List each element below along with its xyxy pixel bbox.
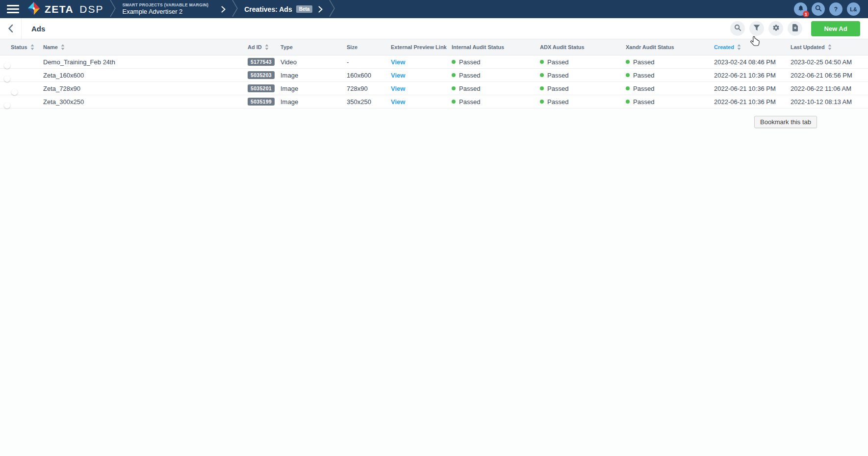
breadcrumb-project-label: SMART PROJECTS (VARIABLE MARGIN) (122, 2, 208, 8)
bookmark-tooltip: Bookmark this tab (754, 116, 817, 128)
breadcrumb-advertiser[interactable]: SMART PROJECTS (VARIABLE MARGIN) Example… (122, 2, 208, 16)
file-download-icon (792, 24, 798, 33)
breadcrumb-section-title: Creatives: Ads (244, 5, 292, 13)
last-updated-date: 2023-02-25 04:50 AM (791, 58, 868, 66)
notification-count-badge: 1 (803, 11, 809, 17)
advertiser-chevron-right-icon[interactable] (221, 6, 226, 13)
internal-audit-status: Passed (452, 58, 540, 66)
breadcrumb-separator-icon (231, 0, 238, 19)
adx-audit-status: Passed (540, 58, 626, 66)
column-header-created[interactable]: Created (714, 44, 791, 50)
status-dot-icon (626, 60, 630, 64)
brand-name-primary: ZETA (45, 3, 74, 15)
status-dot-icon (626, 100, 630, 104)
ad-id-badge: 5035199 (248, 98, 275, 106)
column-header-adx-audit-status: ADX Audit Status (540, 44, 626, 50)
global-search-button[interactable] (812, 2, 825, 16)
notifications-button[interactable]: 1 (794, 2, 807, 16)
last-updated-date: 2022-10-12 08:13 AM (791, 98, 868, 106)
external-preview-view-link[interactable]: View (391, 98, 405, 106)
chevron-left-icon (8, 24, 13, 33)
ad-id-badge: 5035203 (248, 71, 275, 79)
breadcrumb-section[interactable]: Creatives: Ads Beta (244, 5, 323, 13)
created-date: 2022-06-21 10:36 PM (714, 85, 791, 92)
settings-button[interactable] (768, 21, 783, 36)
column-header-ad-id[interactable]: Ad ID (248, 44, 281, 50)
external-preview-view-link[interactable]: View (391, 58, 405, 66)
ad-size: 160x600 (347, 72, 391, 79)
help-button[interactable]: ? (829, 2, 842, 16)
status-dot-icon (452, 60, 456, 64)
last-updated-date: 2022-06-22 11:06 AM (791, 85, 868, 92)
status-dot-icon (540, 60, 544, 64)
sort-icon (737, 44, 741, 50)
section-chevron-right-icon[interactable] (318, 6, 323, 13)
top-navbar: ZETA DSP SMART PROJECTS (VARIABLE MARGIN… (0, 0, 868, 18)
sort-icon (828, 44, 832, 50)
ad-name[interactable]: Zeta_300x250 (43, 98, 248, 106)
ad-size: 728x90 (347, 85, 391, 92)
internal-audit-status: Passed (452, 98, 540, 106)
ad-size: - (347, 58, 391, 66)
gear-icon (772, 24, 780, 33)
ad-name[interactable]: Zeta_160x600 (43, 72, 248, 79)
ad-type: Image (281, 72, 347, 79)
export-button[interactable] (788, 21, 802, 36)
new-ad-button[interactable]: New Ad (811, 21, 860, 36)
filter-button[interactable] (749, 21, 764, 36)
ad-name[interactable]: Zeta_728x90 (43, 85, 248, 92)
ad-id-badge: 5035201 (248, 84, 275, 92)
table-body: Demo_Training_Feb 24th 5177543 Video - V… (0, 55, 868, 108)
breadcrumb-separator-icon (109, 0, 116, 19)
sort-icon (265, 44, 269, 50)
xandr-audit-status: Passed (626, 58, 714, 66)
ad-id-badge: 5177543 (248, 58, 275, 66)
column-header-name[interactable]: Name (43, 44, 248, 50)
sort-icon (61, 44, 65, 50)
status-dot-icon (540, 100, 544, 104)
status-dot-icon (540, 73, 544, 77)
question-mark-icon: ? (834, 6, 838, 13)
filter-funnel-icon (753, 24, 760, 33)
table-search-button[interactable] (730, 21, 745, 36)
status-dot-icon (540, 86, 544, 90)
column-header-type: Type (281, 44, 347, 50)
user-avatar[interactable]: L& (847, 2, 860, 16)
status-dot-icon (626, 73, 630, 77)
status-dot-icon (452, 73, 456, 77)
beta-badge: Beta (296, 5, 313, 13)
created-date: 2022-06-21 10:36 PM (714, 72, 791, 79)
status-dot-icon (452, 86, 456, 90)
column-header-size: Size (347, 44, 391, 50)
ad-name[interactable]: Demo_Training_Feb 24th (43, 58, 248, 66)
search-icon (734, 24, 741, 33)
external-preview-view-link[interactable]: View (391, 72, 405, 79)
page-title: Ads (31, 25, 45, 33)
xandr-audit-status: Passed (626, 85, 714, 92)
column-header-status[interactable]: Status (11, 44, 43, 50)
search-icon (815, 5, 822, 14)
hamburger-menu-icon[interactable] (5, 0, 23, 18)
column-header-internal-audit-status: Internal Audit Status (452, 44, 540, 50)
internal-audit-status: Passed (452, 85, 540, 92)
avatar-initials: L& (850, 6, 857, 12)
internal-audit-status: Passed (452, 72, 540, 79)
column-header-last-updated[interactable]: Last Updated (791, 44, 868, 50)
table-row[interactable]: Zeta_160x600 5035203 Image 160x600 View … (0, 69, 868, 82)
breadcrumb-separator-icon (329, 0, 335, 19)
ad-type: Video (281, 58, 347, 66)
zeta-dsp-logo[interactable]: ZETA DSP (26, 1, 103, 18)
table-row[interactable]: Demo_Training_Feb 24th 5177543 Video - V… (0, 55, 868, 69)
ad-size: 350x250 (347, 98, 391, 106)
status-dot-icon (452, 100, 456, 104)
sort-icon (30, 44, 34, 50)
status-dot-icon (626, 86, 630, 90)
column-header-xandr-audit-status: Xandr Audit Status (626, 44, 714, 50)
adx-audit-status: Passed (540, 98, 626, 106)
table-row[interactable]: Zeta_728x90 5035201 Image 728x90 View Pa… (0, 82, 868, 95)
ad-type: Image (281, 98, 347, 106)
table-row[interactable]: Zeta_300x250 5035199 Image 350x250 View … (0, 95, 868, 108)
back-button[interactable] (0, 18, 22, 39)
adx-audit-status: Passed (540, 72, 626, 79)
external-preview-view-link[interactable]: View (391, 85, 405, 92)
